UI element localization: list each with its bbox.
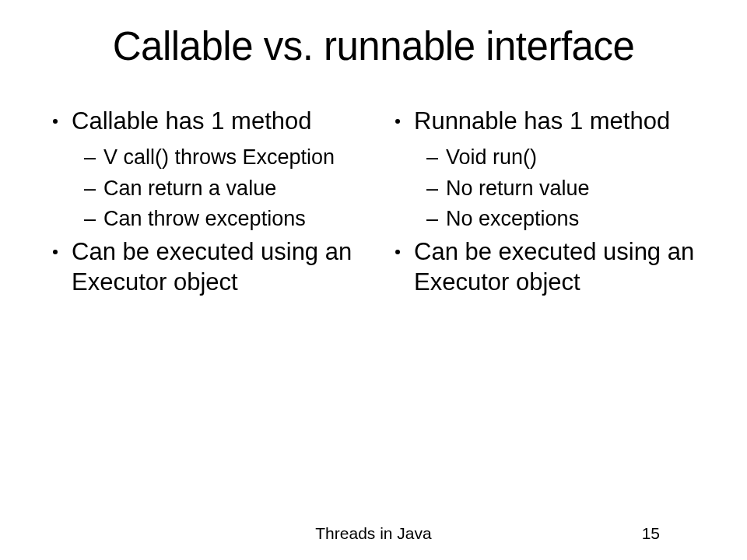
sub-bullet-text: Can throw exceptions [103,206,306,233]
sub-bullet-text: No return value [446,176,590,202]
dash-icon: – [426,206,438,233]
slide-title: Callable vs. runnable interface [47,23,700,69]
list-item: Can be executed using an Executor object [395,237,700,298]
sub-bullet-text: V call() throws Exception [103,145,335,171]
list-item: – No exceptions [426,206,700,233]
bullet-text: Runnable has 1 method [414,107,670,137]
slide-footer: Threads in Java [0,524,747,543]
content-columns: Callable has 1 method – V call() throws … [47,107,700,306]
list-item: – Can return a value [84,176,358,202]
bullet-icon [53,250,58,254]
bullet-text: Callable has 1 method [72,107,311,137]
left-column: Callable has 1 method – V call() throws … [47,107,358,306]
dash-icon: – [426,145,438,171]
bullet-text: Can be executed using an Executor object [414,237,700,298]
page-number: 15 [642,524,660,543]
dash-icon: – [84,206,96,233]
list-item: – Void run() [426,145,700,171]
dash-icon: – [84,176,96,202]
list-item: Runnable has 1 method [395,107,700,137]
list-item: – Can throw exceptions [84,206,358,233]
dash-icon: – [426,176,438,202]
bullet-icon [395,250,400,254]
bullet-icon [53,119,58,124]
bullet-icon [395,119,400,124]
bullet-text: Can be executed using an Executor object [72,237,358,298]
footer-text: Threads in Java [315,524,431,543]
sub-bullet-text: No exceptions [446,206,579,233]
sub-bullet-text: Void run() [446,145,537,171]
list-item: Callable has 1 method [53,107,358,137]
dash-icon: – [84,145,96,171]
list-item: Can be executed using an Executor object [53,237,358,298]
list-item: – No return value [426,176,700,202]
list-item: – V call() throws Exception [84,145,358,171]
slide: Callable vs. runnable interface Callable… [0,0,747,560]
right-column: Runnable has 1 method – Void run() – No … [389,107,700,306]
sub-bullet-text: Can return a value [103,176,276,202]
